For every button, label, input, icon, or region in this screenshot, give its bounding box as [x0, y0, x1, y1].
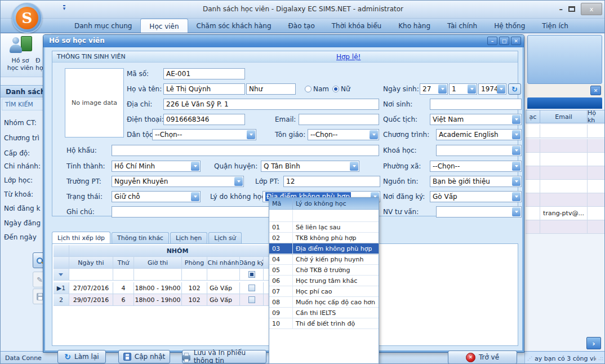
- column-header-thu[interactable]: Thứ: [113, 257, 134, 269]
- tab-thong-tin-khac[interactable]: Thông tin khác: [112, 232, 169, 244]
- column-header-partial[interactable]: ạc: [526, 110, 540, 123]
- column-header-dang-ky[interactable]: Đăng ký: [240, 257, 264, 269]
- valid-link[interactable]: Hợp lệ!: [336, 53, 361, 61]
- truong-pt-combo[interactable]: Nguyễn Khuyên: [112, 176, 244, 187]
- menu-item-dao-tao[interactable]: Đào tạo: [280, 19, 323, 33]
- column-header-ho-khau[interactable]: Hộ kh: [588, 110, 605, 123]
- dropdown-item[interactable]: 02TKB không phù hợp: [269, 233, 379, 243]
- reset-button[interactable]: ↻ Làm lại: [57, 350, 106, 363]
- chevron-down-icon[interactable]: [234, 177, 243, 186]
- resize-grip-icon[interactable]: .::: [598, 356, 603, 361]
- tinh-thanh-combo[interactable]: Hồ Chí Minh: [112, 161, 201, 172]
- update-button[interactable]: Cập nhật: [118, 350, 170, 363]
- scroll-right-button[interactable]: ›: [586, 337, 601, 349]
- ten-input[interactable]: Như: [246, 83, 296, 95]
- dia-chi-input[interactable]: 226 Lê Văn Sỹ P. 1: [163, 99, 379, 110]
- dialog-close-button[interactable]: ✕: [511, 37, 521, 45]
- birth-day-combo[interactable]: 27: [420, 83, 448, 95]
- dropdown-item[interactable]: 04Chờ ý kiến phụ huynh: [269, 254, 379, 265]
- ho-ten-input[interactable]: Lê Thị Quỳnh: [163, 83, 245, 95]
- dialog-minimize-button[interactable]: –: [487, 37, 497, 45]
- chevron-down-icon[interactable]: [247, 130, 255, 139]
- chevron-down-icon[interactable]: [468, 85, 476, 94]
- chevron-down-icon[interactable]: [512, 192, 521, 201]
- group-header-nhom[interactable]: NHÓM: [69, 245, 286, 257]
- dropdown-item[interactable]: 01Sẽ liên lạc sau: [269, 222, 379, 233]
- birthdate-refresh-button[interactable]: ↻: [508, 83, 521, 95]
- window-minimize-button[interactable]: –: [559, 5, 563, 14]
- grid-filter-row[interactable]: [54, 269, 286, 281]
- student-profile-icon[interactable]: [8, 36, 33, 55]
- ho-khau-input[interactable]: [112, 145, 379, 156]
- chevron-down-icon[interactable]: [512, 115, 521, 124]
- table-row[interactable]: [526, 180, 605, 193]
- column-header-ngay-thi[interactable]: Ngày thi: [69, 257, 113, 269]
- radio-nam[interactable]: [305, 86, 312, 92]
- menu-item-hoc-vien[interactable]: Học viên: [140, 19, 188, 33]
- save-print-button[interactable]: Lưu và In phiếu thông tin: [182, 350, 266, 363]
- noi-dang-ky-combo[interactable]: Gò Vấp: [430, 191, 522, 202]
- column-header-chi-nhanh[interactable]: Chi nhánh: [207, 257, 240, 269]
- chevron-down-icon[interactable]: [370, 130, 378, 139]
- chevron-down-icon[interactable]: [512, 207, 521, 216]
- ton-giao-combo[interactable]: --Chọn--: [308, 129, 379, 140]
- chevron-down-icon[interactable]: [512, 130, 521, 139]
- phuong-xa-combo[interactable]: --Chọn--: [430, 161, 522, 172]
- menu-item-he-thong[interactable]: Hệ thống: [486, 19, 533, 33]
- trang-thai-combo[interactable]: Giữ chỗ: [112, 191, 201, 202]
- panel-close-icon[interactable]: ✕: [590, 86, 601, 95]
- table-row[interactable]: trang-ptv@...: [526, 207, 605, 220]
- birth-year-combo[interactable]: 1974: [478, 83, 506, 95]
- menu-item-danh-muc-chung[interactable]: Danh mục chung: [66, 19, 140, 33]
- quan-huyen-combo[interactable]: Q Tân Bình: [261, 161, 359, 172]
- menu-item-tien-ich[interactable]: Tiện ích: [533, 19, 577, 33]
- radio-nu[interactable]: [332, 86, 339, 92]
- dan-toc-combo[interactable]: --Chọn--: [152, 129, 256, 140]
- table-row[interactable]: [526, 139, 605, 153]
- khoa-hoc-combo[interactable]: [436, 145, 522, 156]
- chevron-down-icon[interactable]: [512, 162, 521, 171]
- dropdown-item[interactable]: 09Cần thi IELTS: [269, 308, 379, 318]
- table-row[interactable]: ▶ 1 27/07/2016 4 18h00 - 19h00 102 Gò Vấ…: [54, 282, 286, 294]
- toolbar-item-ho-so-hoc-vien[interactable]: Hồ sơ học viên: [1, 57, 40, 72]
- table-row[interactable]: [526, 153, 605, 166]
- nguon-tin-combo[interactable]: Bạn bè giới thiệu: [430, 176, 522, 187]
- email-input[interactable]: [299, 114, 379, 125]
- quick-access-chevron-icon[interactable]: ▾: [59, 5, 69, 14]
- tab-lich-thi-xep-lop[interactable]: Lịch thi xếp lớp: [52, 232, 110, 243]
- menu-item-kho-hang[interactable]: Kho hàng: [390, 19, 439, 33]
- chevron-down-icon[interactable]: [512, 177, 521, 186]
- nv-tu-van-combo[interactable]: [436, 206, 522, 217]
- chuong-trinh-combo[interactable]: Academic English: [436, 129, 522, 140]
- dialog-titlebar[interactable]: Hồ sơ học viên – □ ✕: [43, 35, 524, 47]
- dropdown-item[interactable]: [269, 210, 379, 222]
- dropdown-item-selected[interactable]: 03Địa điểm không phù hợp: [269, 243, 379, 254]
- dien-thoai-input[interactable]: 0916668346: [163, 114, 245, 125]
- table-row[interactable]: [526, 166, 605, 180]
- menu-item-thoi-khoa-bieu[interactable]: Thời khóa biểu: [323, 19, 390, 33]
- window-maximize-button[interactable]: [568, 6, 575, 12]
- back-button[interactable]: ✕ Trở về: [448, 350, 517, 364]
- birth-month-combo[interactable]: 1: [449, 83, 477, 95]
- menu-item-cham-soc-khach-hang[interactable]: Chăm sóc khách hàng: [188, 19, 280, 33]
- table-row[interactable]: 2 29/07/2016 6 18h00 - 19h00 102 Gò Vấp: [54, 294, 286, 306]
- chevron-down-icon[interactable]: [191, 192, 199, 201]
- chevron-down-icon[interactable]: [191, 162, 199, 171]
- column-header-email[interactable]: Email: [540, 110, 588, 123]
- window-close-button[interactable]: x: [581, 3, 602, 15]
- dialog-maximize-button[interactable]: □: [499, 37, 509, 45]
- table-row[interactable]: [526, 125, 605, 138]
- ma-so-input[interactable]: AE-001: [163, 68, 245, 79]
- app-logo[interactable]: S: [12, 3, 42, 33]
- dropdown-item[interactable]: 10Thi để biết trình độ: [269, 318, 379, 329]
- chevron-down-icon[interactable]: [512, 146, 521, 155]
- tab-lich-su[interactable]: Lịch sử: [208, 232, 241, 244]
- statusbar-tasks-panel[interactable]: ⋰ ay bạn có 3 công việc! .::: [524, 352, 605, 364]
- column-header-gio-thi[interactable]: Giờ thi: [134, 257, 182, 269]
- table-row[interactable]: [526, 220, 605, 234]
- quoc-tich-combo[interactable]: Việt Nam: [430, 114, 522, 125]
- student-photo-placeholder[interactable]: No image data: [65, 68, 124, 137]
- register-checkbox[interactable]: [248, 285, 255, 291]
- filter-checkbox[interactable]: [248, 271, 255, 278]
- chevron-down-icon[interactable]: [350, 162, 358, 171]
